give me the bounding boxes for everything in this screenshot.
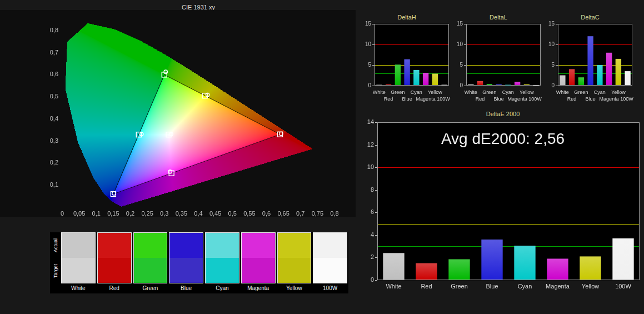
swatch-target-cell [98, 258, 131, 283]
color-calibration-dashboard: CIE 1931 xy Actual Target WhiteRedGreenB… [0, 0, 644, 314]
deltah-panel: DeltaH [360, 13, 453, 104]
cie-panel: CIE 1931 xy [0, 0, 356, 222]
swatch-actual-cell [313, 233, 347, 258]
swatch-target-cell [169, 258, 203, 283]
swatch-patch [313, 232, 347, 283]
swatch-column-label: 100W [313, 283, 347, 292]
swatch-column-label: White [61, 283, 96, 292]
swatch-column-blue: Blue [169, 232, 203, 293]
swatch-column-label: Green [133, 283, 168, 292]
swatch-actual-cell [98, 233, 131, 258]
swatch-column-label: Blue [169, 283, 203, 292]
swatch-column-label: Yellow [277, 283, 312, 292]
row-label-actual: Actual [50, 232, 61, 258]
swatch-patch [97, 232, 132, 283]
swatch-target-cell [206, 258, 239, 283]
swatch-row-labels: Actual Target [50, 232, 61, 293]
swatch-column-label: Cyan [205, 283, 239, 292]
swatch-target-cell [134, 258, 167, 283]
deltal-title: DeltaL [452, 13, 545, 21]
swatch-actual-cell [169, 233, 203, 258]
swatch-target-cell [313, 258, 347, 283]
swatch-column-white: White [61, 232, 96, 293]
swatch-patch [169, 232, 203, 283]
swatch-actual-cell [134, 233, 167, 258]
swatch-column-magenta: Magenta [241, 232, 276, 293]
swatch-column-green: Green [133, 232, 168, 293]
swatch-target-cell [62, 258, 95, 283]
swatch-column-label: Red [97, 283, 132, 292]
deltah-bar-chart-canvas [360, 21, 452, 104]
swatch-actual-cell [206, 233, 239, 258]
swatch-actual-cell [62, 233, 95, 258]
swatch-actual-cell [242, 233, 275, 258]
swatch-target-cell [242, 258, 275, 283]
swatch-actual-cell [278, 233, 311, 258]
swatch-column-100w: 100W [313, 232, 347, 293]
deltac-panel: DeltaC [543, 13, 637, 104]
row-label-target: Target [50, 258, 61, 283]
swatch-column-red: Red [97, 232, 132, 293]
deltal-bar-chart-canvas [452, 21, 543, 104]
swatch-column-yellow: Yellow [277, 232, 312, 293]
swatch-target-cell [278, 258, 311, 283]
swatch-patch [277, 232, 312, 283]
deltae-panel: DeltaE 2000 Avg dE2000: 2,56 [364, 110, 642, 310]
cie-1931-diagram-canvas [0, 10, 356, 217]
deltac-title: DeltaC [543, 13, 637, 21]
swatch-patch [61, 232, 96, 283]
swatch-patch [133, 232, 168, 283]
deltae-bar-chart-canvas [364, 118, 642, 310]
swatch-column-label: Magenta [241, 283, 276, 292]
deltac-bar-chart-canvas [543, 21, 635, 104]
swatch-columns: WhiteRedGreenBlueCyanMagentaYellow100W [61, 232, 348, 293]
swatch-table: Actual Target WhiteRedGreenBlueCyanMagen… [50, 232, 348, 293]
swatch-patch [241, 232, 276, 283]
deltae-title: DeltaE 2000 [364, 110, 642, 118]
swatch-column-cyan: Cyan [205, 232, 239, 293]
swatch-patch [205, 232, 239, 283]
deltal-panel: DeltaL [452, 13, 545, 104]
deltah-title: DeltaH [360, 13, 453, 21]
